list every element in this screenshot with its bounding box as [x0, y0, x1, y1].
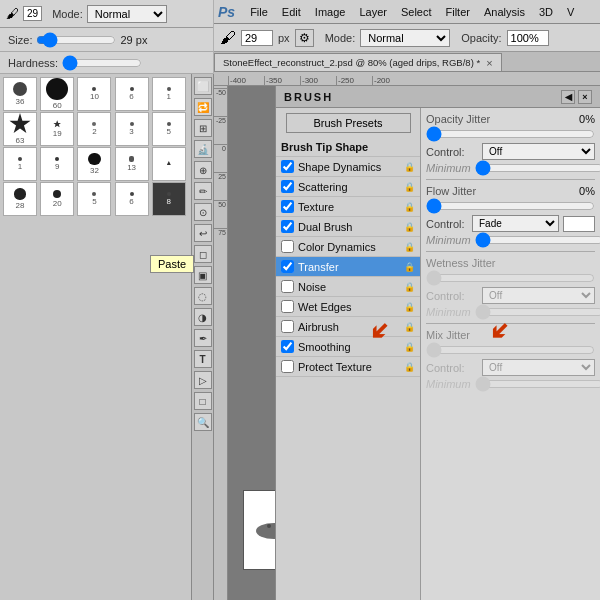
brush-cell-14[interactable] — [152, 147, 186, 181]
flow-jitter-slider[interactable] — [426, 200, 595, 212]
brush-preset-icon[interactable]: 🖌 — [220, 29, 236, 47]
brush-cell-19[interactable]: 8 — [152, 182, 186, 216]
gradient-tool[interactable]: ▣ — [194, 266, 212, 284]
opacity-jitter-slider[interactable] — [426, 128, 595, 140]
mix-jitter-slider[interactable] — [426, 344, 595, 356]
brush-cell-10[interactable]: 1 — [3, 147, 37, 181]
menu-select[interactable]: Select — [394, 4, 439, 20]
blur-tool[interactable]: ◌ — [194, 287, 212, 305]
eyedropper-tool[interactable]: 🔬 — [194, 140, 212, 158]
brush-cell-16[interactable]: 20 — [40, 182, 74, 216]
brush-option-3[interactable]: Texture🔒 — [276, 197, 420, 217]
brush-option-lock-6: 🔒 — [404, 262, 415, 272]
brush-tool[interactable]: ✏ — [194, 182, 212, 200]
marquee-tool[interactable]: ⬜ — [194, 77, 212, 95]
brush-cell-17[interactable]: 5 — [77, 182, 111, 216]
crop-tool[interactable]: ⊞ — [194, 119, 212, 137]
brush-cell-12[interactable]: 32 — [77, 147, 111, 181]
brush-option-checkbox-8[interactable] — [281, 300, 294, 313]
brush-option-label-6: Transfer — [298, 261, 400, 273]
zoom-tool[interactable]: 🔍 — [194, 413, 212, 431]
brush-option-11[interactable]: Protect Texture🔒 — [276, 357, 420, 377]
brush-cell-1[interactable]: 60 — [40, 77, 74, 111]
flow-control-select[interactable]: OffFadePen Pressure — [472, 215, 559, 232]
mix-control-select[interactable]: Off — [482, 359, 595, 376]
brush-option-10[interactable]: Smoothing🔒 — [276, 337, 420, 357]
menu-filter[interactable]: Filter — [439, 4, 477, 20]
menu-image[interactable]: Image — [308, 4, 353, 20]
brush-option-checkbox-6[interactable] — [281, 260, 294, 273]
brush-cell-0[interactable]: 36 — [3, 77, 37, 111]
menu-file[interactable]: File — [243, 4, 275, 20]
menu-layer[interactable]: Layer — [352, 4, 394, 20]
brush-cell-2[interactable]: 10 — [77, 77, 111, 111]
brush-option-checkbox-2[interactable] — [281, 180, 294, 193]
doc-tab[interactable]: StoneEffect_reconstruct_2.psd @ 80% (age… — [214, 53, 502, 71]
wetness-jitter-slider[interactable] — [426, 272, 595, 284]
brush-cell-3[interactable]: 6 — [115, 77, 149, 111]
hardness-slider[interactable] — [62, 55, 142, 71]
mode-select[interactable]: Normal — [87, 5, 167, 23]
brush-option-checkbox-10[interactable] — [281, 340, 294, 353]
brush-option-checkbox-3[interactable] — [281, 200, 294, 213]
history-tool[interactable]: ↩ — [194, 224, 212, 242]
brush-option-7[interactable]: Noise🔒 — [276, 277, 420, 297]
brush-cell-8[interactable]: 3 — [115, 112, 149, 146]
brush-cell-5[interactable]: 63 — [3, 112, 37, 146]
size-slider[interactable] — [36, 32, 116, 48]
brush-options-icon[interactable]: ⚙ — [295, 29, 314, 47]
wetness-minimum-slider[interactable] — [475, 306, 600, 318]
brush-size-input[interactable] — [241, 30, 273, 46]
brush-option-checkbox-5[interactable] — [281, 240, 294, 253]
brush-option-6[interactable]: Transfer🔒 — [276, 257, 420, 277]
text-tool[interactable]: T — [194, 350, 212, 368]
opacity-minimum-slider[interactable] — [475, 162, 600, 174]
brush-option-checkbox-4[interactable] — [281, 220, 294, 233]
doc-tab-close[interactable]: × — [486, 57, 492, 69]
brush-option-1[interactable]: Shape Dynamics🔒 — [276, 157, 420, 177]
clone-tool[interactable]: ⊙ — [194, 203, 212, 221]
left-tools-panel: ⬜ 🔁 ⊞ 🔬 ⊕ ✏ ⊙ ↩ ◻ ▣ ◌ ◑ ✒ T ▷ □ 🔍 — [192, 74, 214, 600]
flow-control-number[interactable]: 30 — [563, 216, 595, 232]
opacity-control-select[interactable]: OffFadePen Pressure — [482, 143, 595, 160]
shape-tool[interactable]: □ — [194, 392, 212, 410]
opt-mode-select[interactable]: Normal — [360, 29, 450, 47]
brush-cell-18[interactable]: 6 — [115, 182, 149, 216]
brush-cell-15[interactable]: 28 — [3, 182, 37, 216]
menu-edit[interactable]: Edit — [275, 4, 308, 20]
brush-option-checkbox-1[interactable] — [281, 160, 294, 173]
opt-opacity-input[interactable] — [507, 30, 549, 46]
panel-collapse-btn[interactable]: ◀ — [561, 90, 575, 104]
brush-cell-6[interactable]: 19 — [40, 112, 74, 146]
pen-tool[interactable]: ✒ — [194, 329, 212, 347]
mix-minimum-slider[interactable] — [475, 378, 600, 390]
brush-presets-btn[interactable]: Brush Presets — [286, 113, 411, 133]
brush-cell-13[interactable]: 13 — [115, 147, 149, 181]
brush-option-8[interactable]: Wet Edges🔒 — [276, 297, 420, 317]
brush-option-checkbox-7[interactable] — [281, 280, 294, 293]
brush-option-5[interactable]: Color Dynamics🔒 — [276, 237, 420, 257]
brush-cell-11[interactable]: 9 — [40, 147, 74, 181]
brush-option-checkbox-9[interactable] — [281, 320, 294, 333]
brush-option-9[interactable]: Airbrush🔒 — [276, 317, 420, 337]
brush-options-list: Brush Presets Brush Tip ShapeShape Dynam… — [276, 108, 421, 600]
dodge-tool[interactable]: ◑ — [194, 308, 212, 326]
healing-tool[interactable]: ⊕ — [194, 161, 212, 179]
eraser-tool[interactable]: ◻ — [194, 245, 212, 263]
brush-option-2[interactable]: Scattering🔒 — [276, 177, 420, 197]
brush-option-4[interactable]: Dual Brush🔒 — [276, 217, 420, 237]
panel-close-btn[interactable]: × — [578, 90, 592, 104]
menu-analysis[interactable]: Analysis — [477, 4, 532, 20]
brush-cell-9[interactable]: 5 — [152, 112, 186, 146]
menu-3d[interactable]: 3D — [532, 4, 560, 20]
brush-cell-7[interactable]: 2 — [77, 112, 111, 146]
brush-option-0[interactable]: Brush Tip Shape — [276, 138, 420, 157]
brush-cell-4[interactable]: 1 — [152, 77, 186, 111]
flow-minimum-slider[interactable] — [475, 234, 600, 246]
brush-option-label-2: Scattering — [298, 181, 400, 193]
menu-view[interactable]: V — [560, 4, 581, 20]
lasso-tool[interactable]: 🔁 — [194, 98, 212, 116]
path-tool[interactable]: ▷ — [194, 371, 212, 389]
wetness-control-select[interactable]: Off — [482, 287, 595, 304]
brush-option-checkbox-11[interactable] — [281, 360, 294, 373]
